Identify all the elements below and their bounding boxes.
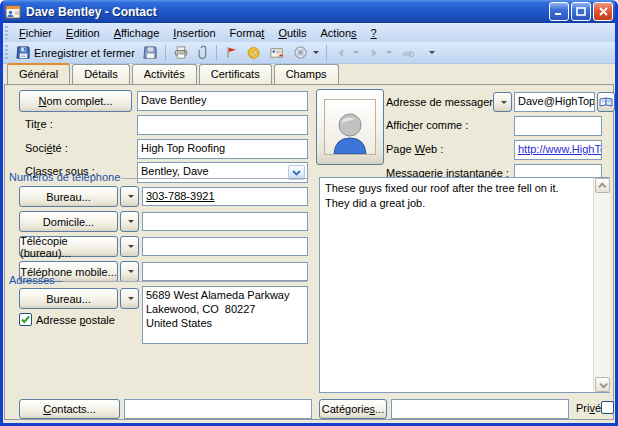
phone-domicile-field[interactable]: [142, 212, 308, 231]
menu-outils[interactable]: Outils: [271, 25, 313, 41]
full-name-button[interactable]: Nom complet...: [19, 90, 132, 112]
forward-contact-card-button[interactable]: [265, 43, 289, 62]
categories-button[interactable]: Catégories...: [319, 399, 387, 419]
tab-general[interactable]: Général: [7, 63, 70, 84]
web-page-label: Page Web :: [386, 143, 443, 155]
toolbar-options-caret: [429, 51, 435, 54]
followup-note-button[interactable]: [242, 43, 265, 62]
scroll-up-button[interactable]: [595, 178, 610, 193]
previous-item-caret[interactable]: [353, 51, 359, 54]
previous-item-button[interactable]: [330, 44, 363, 62]
fields-icon: ab: [400, 46, 415, 60]
maximize-button[interactable]: [571, 2, 591, 21]
contact-app-icon: [5, 4, 21, 20]
autodialer-button[interactable]: [289, 43, 323, 62]
phone-telecopie-dropdown[interactable]: [120, 236, 139, 257]
tab-details[interactable]: Détails: [72, 64, 130, 84]
check-icon: [20, 314, 31, 325]
address-section-header: Adresses: [9, 274, 55, 286]
phone-mobile-dropdown[interactable]: [120, 261, 139, 282]
menu-actions[interactable]: Actions: [314, 25, 364, 41]
menu-fichier[interactable]: Fichier: [12, 25, 59, 41]
address-bureau-dropdown[interactable]: [120, 288, 139, 309]
contact-window: Dave Bentley - Contact Fichier Edition A…: [0, 0, 618, 426]
save-and-close-button[interactable]: Enregistrer et fermer: [12, 43, 139, 62]
company-field[interactable]: High Top Roofing: [137, 139, 308, 159]
postal-address-label: Adresse postale: [36, 314, 115, 326]
chevron-down-icon: [292, 170, 301, 176]
next-item-caret[interactable]: [386, 51, 392, 54]
tab-certificats[interactable]: Certificats: [199, 64, 272, 84]
minimize-button[interactable]: [549, 2, 569, 21]
paperclip-icon: [197, 45, 209, 60]
address-field[interactable]: 5689 West Alameda Parkway Lakewood, CO 8…: [142, 286, 308, 344]
full-name-field[interactable]: Dave Bentley: [137, 91, 308, 111]
printer-icon: [173, 45, 189, 60]
phone-domicile-button[interactable]: Domicile...: [19, 211, 118, 232]
previous-item-icon: [334, 46, 348, 60]
postal-address-checkbox[interactable]: [19, 313, 32, 326]
save-as-button[interactable]: [139, 43, 162, 62]
close-button[interactable]: [593, 2, 613, 21]
menu-grip[interactable]: [5, 26, 8, 39]
company-label: Société :: [25, 142, 68, 154]
toolbar-separator: [326, 45, 327, 61]
chevron-down-icon: [599, 380, 607, 388]
toolbar-separator: [216, 45, 217, 61]
print-button[interactable]: [169, 43, 193, 62]
general-tab-panel: Nom complet... Dave Bentley Titre : Soci…: [4, 84, 614, 420]
dial-dropdown-caret[interactable]: [313, 51, 319, 54]
save-as-icon: [143, 45, 158, 60]
web-page-field[interactable]: http://www.HighTopRoo: [514, 140, 602, 160]
web-page-link[interactable]: http://www.HighTopRoo: [518, 143, 602, 155]
next-item-button[interactable]: [363, 44, 396, 62]
toolbar-options-button[interactable]: [423, 49, 439, 56]
contact-card-icon: [269, 45, 285, 60]
next-item-icon: [367, 46, 381, 60]
address-book-icon: [599, 96, 613, 108]
file-as-combobox[interactable]: Bentley, Dave: [137, 162, 308, 183]
fields-button[interactable]: ab: [396, 44, 419, 62]
phone-telecopie-button[interactable]: Télécopie (bureau)...: [19, 236, 118, 257]
notes-field[interactable]: These guys fixed our roof after the tree…: [319, 177, 610, 393]
chevron-up-icon: [598, 182, 606, 190]
title-bar[interactable]: Dave Bentley - Contact: [0, 0, 618, 23]
person-silhouette-icon: [328, 108, 372, 154]
contacts-button[interactable]: Contacts...: [19, 399, 120, 419]
attach-file-button[interactable]: [193, 43, 213, 62]
tab-strip: Général Détails Activités Certificats Ch…: [7, 64, 339, 84]
display-as-field[interactable]: [514, 116, 602, 136]
title-field[interactable]: [137, 115, 308, 135]
phone-bureau-button[interactable]: Bureau...: [19, 186, 118, 207]
dial-icon: [293, 45, 308, 60]
address-section-line: [63, 281, 307, 282]
phone-bureau-dropdown[interactable]: [120, 186, 139, 207]
address-book-button[interactable]: [597, 92, 615, 112]
toolbar-grip[interactable]: [5, 45, 8, 60]
email-field[interactable]: Dave@HighTopRoo: [514, 92, 595, 112]
toolbar: Enregistrer et fermer: [3, 42, 615, 64]
phone-mobile-field[interactable]: [142, 262, 308, 281]
menu-insertion[interactable]: Insertion: [166, 25, 222, 41]
categories-field[interactable]: [391, 399, 569, 419]
save-and-close-label: Enregistrer et fermer: [34, 47, 135, 59]
flag-icon: [224, 45, 238, 60]
contact-picture-button[interactable]: [316, 89, 384, 165]
private-checkbox[interactable]: [601, 401, 614, 414]
notes-scrollbar[interactable]: [593, 178, 610, 392]
scroll-down-button[interactable]: [595, 377, 610, 392]
contacts-field[interactable]: [124, 399, 312, 419]
tab-champs[interactable]: Champs: [274, 64, 339, 84]
menu-format[interactable]: Format: [223, 25, 272, 41]
menu-edition[interactable]: Edition: [59, 25, 107, 41]
email-dropdown-button[interactable]: [493, 92, 512, 112]
follow-up-flag-button[interactable]: [220, 43, 242, 62]
address-bureau-button[interactable]: Bureau...: [19, 288, 118, 309]
phone-domicile-dropdown[interactable]: [120, 211, 139, 232]
menu-aide[interactable]: ?: [364, 25, 384, 41]
menu-bar: Fichier Edition Affichage Insertion Form…: [3, 23, 615, 42]
menu-affichage[interactable]: Affichage: [107, 25, 167, 41]
tab-activites[interactable]: Activités: [132, 64, 197, 84]
phone-bureau-field[interactable]: 303-788-3921: [142, 187, 308, 206]
phone-telecopie-field[interactable]: [142, 237, 308, 256]
